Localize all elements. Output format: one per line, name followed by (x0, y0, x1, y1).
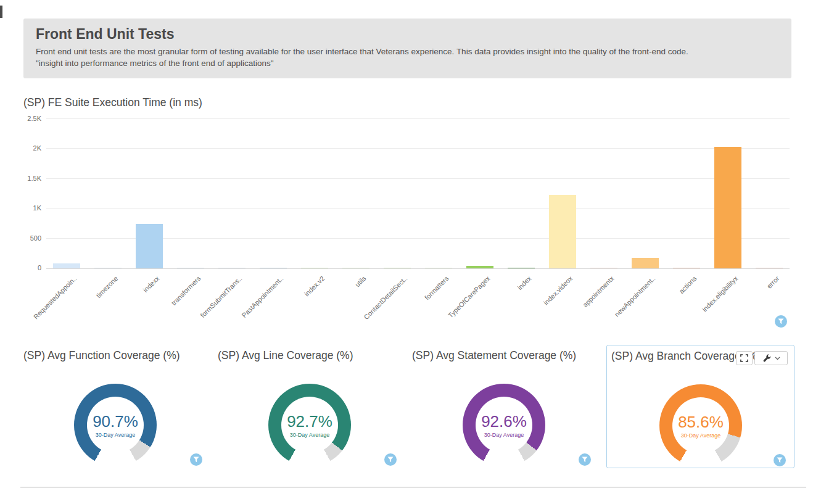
x-axis-label: index.videox (542, 275, 574, 307)
gridline (46, 178, 790, 179)
gauge-avg-branch-coverage: 85.6% 30-Day Average (659, 384, 742, 467)
funnel-icon (582, 456, 588, 463)
x-axis-label: PastAppointment.. (241, 275, 285, 319)
x-axis-label: error (765, 275, 780, 290)
gauge-center: 92.6% 30-Day Average (463, 384, 545, 466)
x-axis-label: index (516, 275, 532, 291)
gridline (46, 268, 790, 269)
panel-avg-statement-coverage: (SP) Avg Statement Coverage (%) 92.6% 30… (412, 343, 606, 473)
gauge-avg-function-coverage: 90.7% 30-Day Average (74, 384, 157, 466)
bar-ContactDetailSect-[interactable] (384, 268, 411, 268)
filter-button[interactable] (579, 453, 591, 466)
bar-index[interactable] (508, 268, 535, 268)
bottom-divider (20, 487, 806, 488)
y-axis-tick-label: 1.5K (15, 175, 41, 182)
gauge-avg-statement-coverage: 92.6% 30-Day Average (463, 384, 545, 466)
x-axis-label: TypeOfCarePagex (447, 275, 491, 319)
panel-avg-line-coverage: (SP) Avg Line Coverage (%) 92.7% 30-Day … (218, 343, 412, 473)
gauge-value: 92.7% (287, 412, 332, 431)
bar-timezone[interactable] (94, 268, 122, 268)
gauge-value: 85.6% (678, 413, 724, 432)
corner-artifact (0, 6, 2, 18)
panel-title: (SP) Avg Statement Coverage (%) (412, 349, 576, 362)
bar-indexx[interactable] (136, 224, 163, 268)
bar-PastAppointment-[interactable] (260, 268, 287, 268)
bar-chart-plot: 05001K1.5K2K2.5KRequestedAppoin..timezon… (46, 119, 790, 268)
bar-actions[interactable] (673, 268, 700, 268)
filter-button[interactable] (775, 315, 787, 328)
gauge-subtitle: 30-Day Average (681, 432, 720, 439)
gauge-avg-line-coverage: 92.7% 30-Day Average (268, 384, 351, 466)
expand-panel-button[interactable] (736, 351, 753, 365)
bar-formSubmitTrans-[interactable] (218, 268, 246, 268)
x-axis-label: newAppointment.. (613, 275, 656, 318)
bar-formatters[interactable] (425, 268, 452, 268)
wrench-icon (762, 354, 771, 363)
panel-title: (SP) Avg Line Coverage (%) (218, 349, 353, 362)
filter-button[interactable] (190, 453, 202, 466)
gridline (46, 148, 790, 149)
x-axis-label: formSubmitTrans.. (199, 275, 244, 319)
y-axis-tick-label: 2.5K (15, 115, 41, 122)
gauge-center: 85.6% 30-Day Average (659, 384, 742, 467)
panel-options-button[interactable] (754, 351, 788, 365)
gauge-center: 90.7% 30-Day Average (74, 384, 157, 466)
y-axis-tick-label: 0 (15, 264, 41, 271)
x-axis-label: appointmentx (581, 275, 615, 308)
x-axis-label: RequestedAppoin.. (32, 275, 78, 321)
chevron-down-icon (775, 357, 780, 360)
bar-error[interactable] (756, 268, 783, 268)
filter-button[interactable] (774, 454, 786, 466)
x-axis-label: formatters (423, 275, 450, 301)
gauge-value: 92.6% (481, 412, 527, 431)
funnel-icon (777, 457, 783, 463)
x-axis-label: actions (677, 275, 698, 295)
gauge-value: 90.7% (93, 412, 138, 431)
x-axis-label: transformers (170, 275, 202, 307)
bar-newAppointment-[interactable] (632, 258, 659, 268)
funnel-icon (387, 456, 394, 463)
bar-index-v2[interactable] (301, 268, 328, 268)
bar-appointmentx[interactable] (590, 268, 617, 268)
panel-title: (SP) Avg Function Coverage (%) (23, 349, 180, 362)
gauge-subtitle: 30-Day Average (290, 432, 329, 438)
gauge-subtitle: 30-Day Average (96, 432, 135, 438)
gauge-center: 92.7% 30-Day Average (268, 384, 351, 466)
funnel-icon (193, 456, 199, 463)
funnel-icon (778, 318, 784, 324)
x-axis-label: index.eligibilityx (701, 275, 740, 313)
bar-index-videox[interactable] (549, 195, 576, 268)
bar-transformers[interactable] (177, 268, 204, 268)
gridline (46, 118, 790, 119)
dashboard-header: Front End Unit Tests Front end unit test… (23, 19, 791, 78)
x-axis-label: indexx (142, 275, 161, 294)
fullscreen-icon (740, 354, 748, 362)
y-axis-tick-label: 1K (15, 204, 41, 212)
panel-title-suite-execution-time: (SP) FE Suite Execution Time (in ms) (23, 96, 202, 109)
x-axis-label: utils (353, 275, 367, 288)
x-axis-label: ContactDetailSect.. (362, 275, 408, 321)
x-axis-label: index.v2 (303, 275, 326, 297)
y-axis-tick-label: 500 (15, 234, 41, 242)
panel-avg-function-coverage: (SP) Avg Function Coverage (%) 90.7% 30-… (23, 343, 218, 473)
gauge-subtitle: 30-Day Average (484, 432, 524, 438)
bar-RequestedAppoin-[interactable] (53, 263, 80, 268)
header-description-line2: "insight into performance metrics of the… (36, 57, 779, 69)
gridline (46, 208, 790, 209)
x-axis-label: timezone (95, 275, 120, 299)
bar-utils[interactable] (342, 268, 369, 268)
filter-button[interactable] (384, 453, 397, 466)
y-axis-tick-label: 2K (15, 144, 41, 152)
bar-index-eligibilityx[interactable] (714, 147, 741, 268)
page-title: Front End Unit Tests (36, 26, 779, 43)
bar-TypeOfCarePagex[interactable] (466, 266, 493, 268)
header-description-line1: Front end unit tests are the most granul… (36, 46, 779, 57)
